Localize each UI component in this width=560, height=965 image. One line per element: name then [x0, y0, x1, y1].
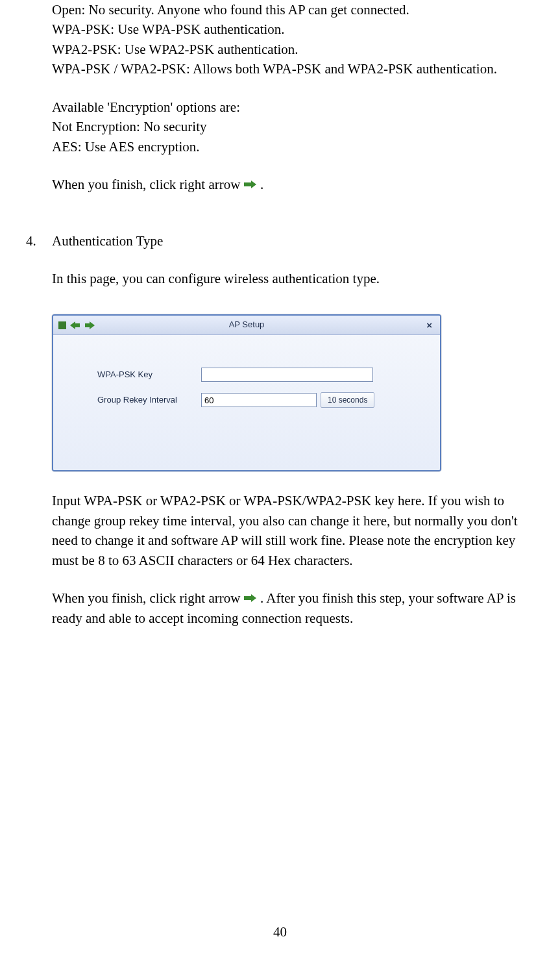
group-rekey-input[interactable] [201, 393, 317, 407]
ap-setup-dialog: AP Setup × WPA-PSK Key Group Rekey Inter… [52, 314, 441, 471]
dialog-body: WPA-PSK Key Group Rekey Interval 10 seco… [53, 335, 440, 470]
text-line: Not Encryption: No security [52, 117, 534, 136]
text-span: When you finish, click right arrow [52, 590, 244, 606]
dialog-title: AP Setup [229, 319, 265, 331]
wpa-psk-input[interactable] [201, 368, 373, 382]
svg-marker-5 [90, 321, 95, 329]
right-arrow-icon [244, 179, 257, 190]
text-line: WPA-PSK / WPA2-PSK: Allows both WPA-PSK … [52, 59, 534, 79]
svg-rect-6 [244, 596, 251, 600]
text-line: WPA2-PSK: Use WPA2-PSK authentication. [52, 40, 534, 59]
text-line: Open: No security. Anyone who found this… [52, 0, 534, 19]
titlebar-nav [58, 321, 95, 330]
svg-rect-0 [244, 182, 251, 186]
dialog-titlebar: AP Setup × [53, 316, 440, 335]
svg-rect-3 [75, 323, 80, 327]
section-title: Authentication Type [52, 231, 534, 251]
text-span: . [260, 177, 263, 192]
text-line: In this page, you can configure wireless… [52, 269, 534, 288]
wpa-psk-label: WPA-PSK Key [97, 369, 201, 381]
text-arrow-line: When you finish, click right arrow . Aft… [52, 588, 534, 628]
text-paragraph: Input WPA-PSK or WPA2-PSK or WPA-PSK/WPA… [52, 491, 534, 570]
stop-icon[interactable] [58, 321, 66, 329]
text-span: When you finish, click right arrow [52, 177, 244, 192]
page-content: Open: No security. Anyone who found this… [26, 0, 534, 628]
text-arrow-line: When you finish, click right arrow . [52, 175, 534, 194]
form-row-wpa: WPA-PSK Key [97, 368, 414, 382]
svg-marker-1 [251, 181, 256, 188]
intro-block: Open: No security. Anyone who found this… [52, 0, 534, 195]
list-item-4: 4. Authentication Type In this page, you… [26, 231, 534, 629]
svg-marker-7 [251, 594, 256, 602]
page-number: 40 [273, 922, 287, 942]
svg-marker-2 [70, 321, 75, 329]
text-line: WPA-PSK: Use WPA-PSK authentication. [52, 19, 534, 39]
forward-arrow-icon[interactable] [84, 321, 95, 330]
text-line: AES: Use AES encryption. [52, 137, 534, 157]
back-arrow-icon[interactable] [70, 321, 80, 330]
form-row-interval: Group Rekey Interval 10 seconds [97, 392, 414, 408]
interval-unit-button[interactable]: 10 seconds [321, 392, 374, 408]
svg-rect-4 [85, 323, 90, 327]
close-button[interactable]: × [424, 317, 435, 334]
text-line: Available 'Encryption' options are: [52, 97, 534, 117]
group-rekey-label: Group Rekey Interval [97, 394, 201, 407]
list-number: 4. [26, 231, 52, 629]
right-arrow-icon [244, 593, 257, 603]
